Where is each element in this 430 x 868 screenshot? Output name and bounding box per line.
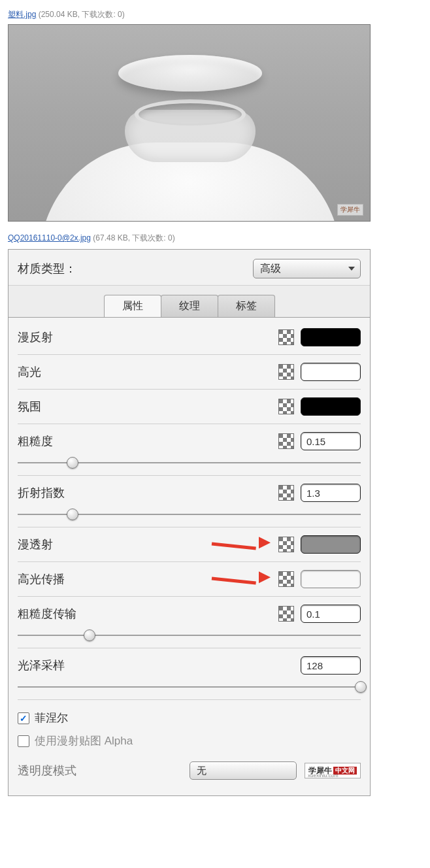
logo-sub: xuexiniu.com: [308, 773, 339, 778]
color-swatch-specular[interactable]: [301, 363, 361, 381]
texture-toggle-diffuse[interactable]: [278, 329, 294, 345]
input-trans-roughness[interactable]: 0.1: [301, 605, 361, 623]
attachment2-link[interactable]: QQ20161110-0@2x.jpg: [8, 233, 91, 242]
bottle-cap-shape: [118, 55, 262, 92]
parameters-area: 漫反射 高光 氛围: [8, 318, 370, 795]
texture-toggle-ior[interactable]: [278, 485, 294, 501]
texture-toggle-specular[interactable]: [278, 364, 294, 380]
render-watermark: 学犀牛: [337, 204, 363, 216]
row-transmission: 漫透射: [18, 527, 361, 562]
label-diffuse: 漫反射: [18, 329, 53, 345]
chevron-down-icon: [348, 267, 355, 271]
checkbox-fresnel-row: ✓ 菲涅尔: [18, 707, 361, 729]
color-swatch-diffuse[interactable]: [301, 328, 361, 346]
label-gloss-samples: 光泽采样: [18, 658, 65, 673]
checkbox-fresnel[interactable]: ✓: [18, 712, 29, 724]
texture-toggle-transmission[interactable]: [278, 537, 294, 552]
slider-trans-roughness[interactable]: [18, 629, 361, 641]
color-swatch-ambient[interactable]: [301, 397, 361, 416]
tab-properties[interactable]: 属性: [104, 295, 161, 317]
attachment1-link[interactable]: 塑料.jpg: [8, 10, 36, 19]
annotation-arrow-icon: [212, 571, 271, 586]
checkbox-fresnel-label: 菲涅尔: [35, 710, 68, 726]
material-type-value: 高级: [260, 262, 281, 276]
tab-tags[interactable]: 标签: [218, 295, 275, 317]
slider-ior[interactable]: [18, 509, 361, 520]
material-type-dropdown[interactable]: 高级: [253, 259, 361, 278]
slider-roughness[interactable]: [18, 457, 361, 469]
label-ambient: 氛围: [18, 399, 41, 414]
checkbox-diffuse-alpha-row: 使用漫射贴图 Alpha: [18, 729, 361, 752]
dropdown-transparency-mode[interactable]: 无: [190, 761, 297, 780]
texture-toggle-roughness[interactable]: [278, 433, 294, 449]
attachment1-meta: 塑料.jpg (250.04 KB, 下载次数: 0): [8, 9, 422, 20]
label-ior: 折射指数: [18, 485, 65, 501]
transparency-mode-value: 无: [197, 765, 207, 777]
label-spec-transmission: 高光传播: [18, 571, 65, 587]
row-ior: 折射指数 1.3: [18, 476, 361, 527]
site-logo: 学犀牛 中文网 xuexiniu.com: [305, 763, 361, 778]
render-preview-image[interactable]: 学犀牛: [8, 24, 371, 222]
label-specular: 高光: [18, 364, 41, 380]
label-transmission: 漫透射: [18, 537, 53, 552]
checkbox-diffuse-alpha-label: 使用漫射贴图 Alpha: [35, 733, 133, 748]
texture-toggle-spec-transmission[interactable]: [278, 571, 294, 587]
material-type-row: 材质类型： 高级: [8, 250, 370, 286]
material-type-label: 材质类型：: [18, 261, 76, 276]
input-gloss-samples[interactable]: 128: [301, 656, 361, 675]
material-editor-panel: 材质类型： 高级 属性 纹理 标签 漫反射 高光: [8, 249, 371, 796]
row-diffuse: 漫反射: [18, 320, 361, 355]
tab-bar: 属性 纹理 标签: [8, 286, 370, 317]
label-transparency-mode: 透明度模式: [18, 763, 76, 778]
input-ior[interactable]: 1.3: [301, 484, 361, 502]
row-gloss-samples: 光泽采样 128: [18, 648, 361, 700]
color-swatch-transmission[interactable]: [301, 535, 361, 554]
tab-textures[interactable]: 纹理: [161, 295, 218, 317]
checkbox-group: ✓ 菲涅尔 使用漫射贴图 Alpha: [18, 700, 361, 756]
label-trans-roughness: 粗糙度传输: [18, 606, 76, 622]
bottle-rim-shape: [135, 99, 246, 129]
row-roughness: 粗糙度 0.15: [18, 424, 361, 476]
label-roughness: 粗糙度: [18, 433, 53, 449]
row-ambient: 氛围: [18, 390, 361, 424]
attachment2-info: (67.48 KB, 下载次数: 0): [93, 233, 174, 242]
row-spec-transmission: 高光传播: [18, 562, 361, 597]
checkbox-diffuse-alpha[interactable]: [18, 735, 29, 747]
attachment2-meta: QQ20161110-0@2x.jpg (67.48 KB, 下载次数: 0): [8, 233, 422, 244]
row-specular: 高光: [18, 355, 361, 390]
attachment1-info: (250.04 KB, 下载次数: 0): [39, 10, 125, 19]
row-transparency-mode: 透明度模式 无 学犀牛 中文网 xuexiniu.com: [18, 756, 361, 789]
row-trans-roughness: 粗糙度传输 0.1: [18, 597, 361, 648]
texture-toggle-trans-roughness[interactable]: [278, 606, 294, 622]
texture-toggle-ambient[interactable]: [278, 399, 294, 414]
annotation-arrow-icon: [212, 537, 271, 551]
slider-gloss-samples[interactable]: [18, 681, 361, 693]
color-swatch-spec-transmission[interactable]: [301, 570, 361, 588]
input-roughness[interactable]: 0.15: [301, 432, 361, 450]
